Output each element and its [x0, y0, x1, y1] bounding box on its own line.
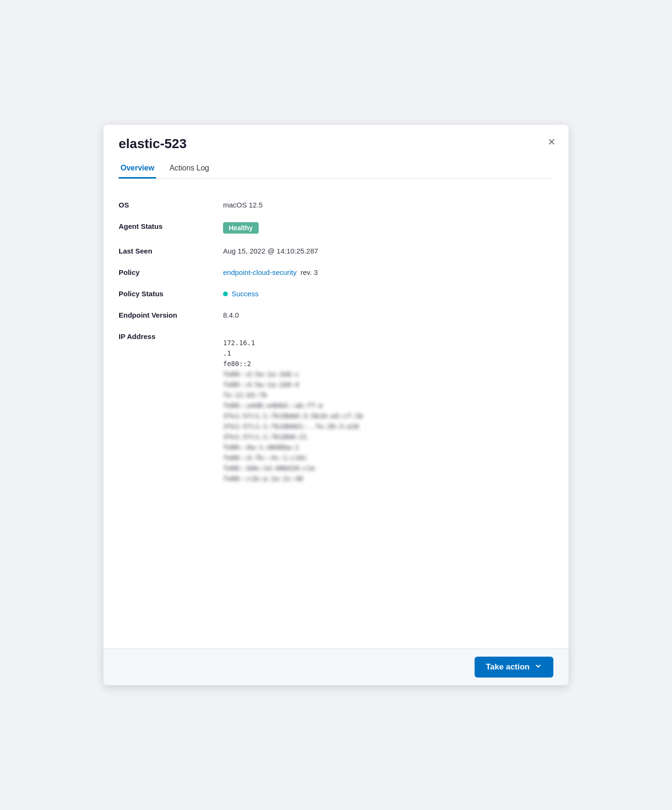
- endpoint-version-value: 8.4.0: [223, 304, 553, 326]
- ip-list-container: 172.16.1.1fe80::2fe80::d:5a:1a:1b8:cfe80…: [223, 332, 553, 489]
- modal-header: elastic-523 ✕ Overview Actions Log: [103, 125, 569, 179]
- ip-address-list: 172.16.1.1fe80::2fe80::d:5a:1a:1b8:cfe80…: [223, 326, 553, 496]
- ip-item: fe80::d:7b::4c:1:c16c: [223, 454, 553, 462]
- os-label: OS: [119, 194, 223, 216]
- tab-overview[interactable]: Overview: [119, 159, 156, 179]
- ip-item: 172.16.1: [223, 339, 553, 347]
- ip-item: 3fe1:57c1:1:7b18b0d1:..7e:20:3:a16: [223, 423, 553, 430]
- modal-footer: Take action: [103, 649, 569, 685]
- policy-revision: rev. 3: [300, 268, 317, 276]
- last-seen-label: Last Seen: [119, 240, 223, 262]
- ip-item: fe80::d:5a:1a:1b8:c: [223, 370, 553, 378]
- modal-body: OS macOS 12.5 Agent Status Healthy Last …: [103, 179, 569, 685]
- os-value: macOS 12.5: [223, 194, 553, 216]
- agent-status-value: Healthy: [223, 216, 553, 240]
- take-action-button[interactable]: Take action: [475, 657, 553, 678]
- policy-value: endpoint-cloud-security rev. 3: [223, 262, 553, 283]
- status-dot-icon: [223, 292, 228, 296]
- ip-item: 3fe1:57c1:1:7b18b0:21: [223, 433, 553, 441]
- ip-item: fe80::d:5a:1a:1b8:4: [223, 381, 553, 388]
- policy-status-container: Success: [223, 290, 553, 298]
- ip-item: fe80::2: [223, 360, 553, 367]
- ip-item: fe80::a4d6:a4b6d::ab:ff:e: [223, 402, 553, 409]
- ip-item: .1: [223, 349, 553, 357]
- policy-status-value: Success: [223, 283, 553, 304]
- agent-status-label: Agent Status: [119, 216, 223, 237]
- chevron-down-icon: [534, 662, 542, 672]
- overview-grid: OS macOS 12.5 Agent Status Healthy Last …: [119, 194, 553, 496]
- ip-item: fe:12:b5:7b: [223, 391, 553, 399]
- policy-link[interactable]: endpoint-cloud-security: [223, 268, 297, 276]
- tab-bar: Overview Actions Log: [119, 159, 553, 179]
- endpoint-detail-modal: elastic-523 ✕ Overview Actions Log OS ma…: [103, 125, 569, 685]
- endpoint-version-label: Endpoint Version: [119, 304, 223, 326]
- last-seen-value: Aug 15, 2022 @ 14:10:25.287: [223, 240, 553, 262]
- tab-actions-log[interactable]: Actions Log: [168, 159, 211, 179]
- ip-address-label: IP Address: [119, 326, 223, 347]
- policy-label: Policy: [119, 262, 223, 283]
- policy-status-text: Success: [232, 290, 259, 298]
- ip-item: 3fe1:57c1:1:7b18b0d:3:5b16:a5:cf:1b: [223, 412, 553, 420]
- policy-status-label: Policy Status: [119, 283, 223, 304]
- close-button[interactable]: ✕: [544, 134, 559, 150]
- ip-item: fe80::b0e:1d:406d10:c1e: [223, 464, 553, 472]
- close-icon: ✕: [548, 136, 556, 148]
- healthy-badge: Healthy: [223, 222, 259, 234]
- ip-item: fe80::8a:1:d0d6ba:1: [223, 443, 553, 451]
- modal-title: elastic-523: [119, 136, 553, 151]
- ip-item: fe80::c1b:a:1e:2c:48: [223, 475, 553, 482]
- take-action-label: Take action: [486, 662, 530, 672]
